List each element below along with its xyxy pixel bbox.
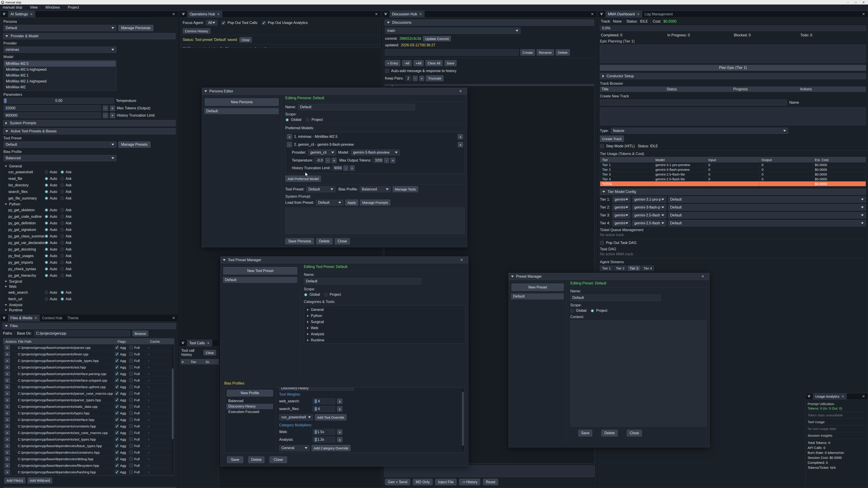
tool-group-header[interactable]: Analysis <box>1 302 178 307</box>
multiplier-slider[interactable]: 1.5x <box>313 429 335 435</box>
ask-radio[interactable] <box>60 241 64 245</box>
agg-checkbox[interactable] <box>115 431 119 435</box>
remove-file-button[interactable]: x <box>4 391 10 396</box>
close-button[interactable]: Close <box>270 456 287 463</box>
comms-history-tab[interactable]: Comms History <box>183 28 211 34</box>
stream-tier-tab[interactable]: Tier 3 <box>627 265 641 271</box>
model-listbox[interactable]: MiniMax-M2.5 MiniMax-M2.5-highspeed Mini… <box>3 60 116 91</box>
step-mode-checkbox[interactable] <box>600 144 604 148</box>
auto-radio[interactable] <box>44 291 49 294</box>
delete-button[interactable]: Delete <box>601 430 618 436</box>
agg-checkbox[interactable] <box>115 378 119 382</box>
model-list-item[interactable]: MiniMax-M2.1-highspeed <box>4 78 116 84</box>
panel-collapse-icon[interactable] <box>182 342 185 345</box>
track-description-textarea[interactable] <box>600 107 866 125</box>
system-prompt-textarea[interactable] <box>285 207 465 234</box>
load-preset-select[interactable]: Default <box>316 200 343 205</box>
epic-planning-textarea[interactable] <box>600 44 866 63</box>
model-list-item[interactable]: MiniMax-M2.5-highspeed <box>4 67 116 72</box>
active-tools-header[interactable]: Active Tool Presets & Biases <box>3 128 176 134</box>
auto-radio[interactable] <box>44 267 49 271</box>
discussion-select[interactable]: main <box>385 28 521 34</box>
move-down-button[interactable]: - <box>287 142 292 147</box>
category-row[interactable]: Analysis <box>307 332 465 336</box>
agg-checkbox[interactable] <box>115 365 119 369</box>
base-dir-input[interactable]: C:/projects/gencpp <box>34 330 130 336</box>
auto-radio[interactable] <box>44 183 49 187</box>
panel-collapse-icon[interactable] <box>808 395 811 398</box>
pm-provider-select[interactable]: gemini_cli <box>308 150 336 156</box>
auto-radio[interactable] <box>44 190 49 194</box>
truncate-button[interactable]: Truncate <box>426 75 444 81</box>
panel-close-icon[interactable]: ✕ <box>375 12 378 16</box>
dialog-close-icon[interactable]: ✕ <box>460 258 463 262</box>
scope-global-radio[interactable] <box>285 118 289 122</box>
model-list-item[interactable]: MiniMax-M2.5 <box>4 61 116 67</box>
composer-action-button[interactable]: MD Only <box>413 479 433 485</box>
remove-file-button[interactable]: x <box>4 404 10 409</box>
full-checkbox[interactable] <box>129 391 133 395</box>
ask-radio[interactable] <box>60 208 64 212</box>
auto-radio[interactable] <box>44 273 49 278</box>
dialog-close-icon[interactable]: ✕ <box>702 274 704 279</box>
category-row[interactable]: Runtime <box>307 338 465 342</box>
agg-checkbox[interactable] <box>115 385 119 389</box>
decrement-button[interactable]: - <box>343 165 348 171</box>
scope-project-radio[interactable] <box>306 118 310 122</box>
preset-content-textarea[interactable] <box>570 320 707 427</box>
tier-provider-select[interactable]: gemini <box>612 196 630 203</box>
add-category-override-button[interactable]: Add Category Override <box>311 445 350 451</box>
tier-prompt-select[interactable]: Default <box>668 204 866 210</box>
remove-override-button[interactable]: x <box>337 437 342 442</box>
remove-override-button[interactable]: x <box>337 398 342 404</box>
manage-tools-button[interactable]: Manage Tools <box>393 186 418 192</box>
ask-radio[interactable] <box>60 190 64 194</box>
stream-tier-tab[interactable]: Tier 1 <box>600 265 613 271</box>
create-discussion-button[interactable]: Create <box>520 49 535 56</box>
full-checkbox[interactable] <box>129 463 133 467</box>
menu-windows[interactable]: Windows <box>45 5 60 9</box>
add-preferred-model-button[interactable]: Add Preferred Model <box>285 175 321 182</box>
remove-file-button[interactable]: x <box>4 450 10 455</box>
composer-action-button[interactable]: Reset <box>483 479 498 485</box>
agg-checkbox[interactable] <box>115 450 119 454</box>
agg-checkbox[interactable] <box>115 444 119 448</box>
browse-button[interactable]: Browse <box>132 330 148 336</box>
full-checkbox[interactable] <box>129 411 133 415</box>
discussion-name-input[interactable] <box>385 49 519 56</box>
add-tool-override-button[interactable]: Add Tool Override <box>315 414 346 420</box>
ask-radio[interactable] <box>60 273 64 278</box>
category-row[interactable]: Surgical <box>307 320 465 324</box>
tier-model-config-header[interactable]: Tier Model Config <box>600 189 866 195</box>
maximize-icon[interactable]: □ <box>855 1 857 4</box>
ask-radio[interactable] <box>60 177 64 181</box>
persona-list-item[interactable]: Default <box>204 108 279 114</box>
tier-model-select[interactable]: gemini-3-flash-p <box>632 204 666 210</box>
menu-app[interactable]: manual slop <box>3 5 22 9</box>
panel-collapse-icon[interactable] <box>182 13 185 15</box>
pm-temperature-input[interactable]: -0.0 <box>314 158 324 163</box>
persona-name-input[interactable]: Default <box>298 104 415 110</box>
new-profile-button[interactable]: New Profile <box>227 390 273 396</box>
panel-close-icon[interactable]: ✕ <box>172 316 175 320</box>
composer-action-button[interactable]: Gen + Send <box>385 479 410 485</box>
full-checkbox[interactable] <box>129 346 133 350</box>
tier-model-select[interactable]: gemini-2.5-flash <box>632 212 666 219</box>
decrement-button[interactable]: - <box>103 113 108 118</box>
tab-close-icon[interactable]: ✕ <box>842 394 844 398</box>
agg-checkbox[interactable] <box>115 391 119 395</box>
delete-button[interactable]: Delete <box>248 456 265 463</box>
full-checkbox[interactable] <box>129 378 133 382</box>
remove-file-button[interactable]: x <box>4 397 10 402</box>
stream-tier-tab[interactable]: Tier 2 <box>614 265 627 271</box>
auto-radio[interactable] <box>44 196 49 200</box>
save-button[interactable]: Save <box>578 430 592 436</box>
delete-persona-button[interactable]: Delete <box>316 238 333 245</box>
tier-provider-select[interactable]: gemini <box>612 204 630 210</box>
agg-checkbox[interactable] <box>115 404 119 409</box>
new-tool-preset-button[interactable]: New Tool Preset <box>223 267 297 274</box>
tab-close-icon[interactable]: ✕ <box>419 12 422 16</box>
composer-action-button[interactable]: -> History <box>459 479 480 485</box>
clear-status-button[interactable]: Clear <box>239 37 252 42</box>
stream-tier-tab[interactable]: Tier 4 <box>641 265 654 271</box>
